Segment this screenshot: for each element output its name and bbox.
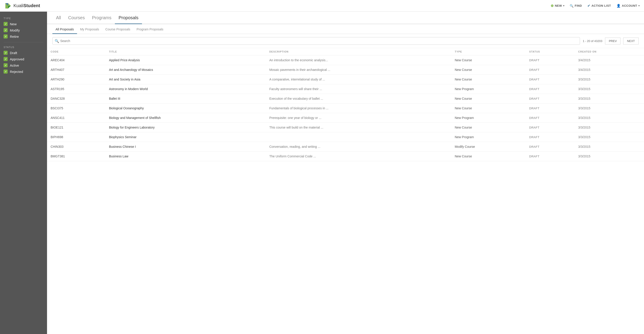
type-label: TYPE <box>4 17 44 20</box>
col-created-on: CREATED ON <box>574 48 644 55</box>
cell-code: BSCI375 <box>47 104 106 113</box>
cell-code: ARTH407 <box>47 65 106 75</box>
proposals-table: CODE TITLE DESCRIPTION TYPE STATUS CREAT… <box>47 48 644 161</box>
table-row[interactable]: BIOE121 Biology for Engineers Laboratory… <box>47 123 644 132</box>
cell-status: DRAFT <box>526 142 574 152</box>
sub-tab-course-proposals[interactable]: Course Proposals <box>102 25 134 34</box>
cell-title: Astronomy in Modern World <box>106 84 266 94</box>
cell-created-on: 3/3/2015 <box>574 113 644 123</box>
cell-status: DRAFT <box>526 94 574 104</box>
active-checkbox[interactable] <box>4 63 8 67</box>
status-label: STATUS <box>4 46 44 48</box>
table-row[interactable]: BMGT381 Business Law The Uniform Commerc… <box>47 152 644 161</box>
table-body: AREC404 Applied Price Analysis An introd… <box>47 55 644 161</box>
sidebar-item-draft[interactable]: Draft <box>4 51 44 55</box>
cell-title: Biology for Engineers Laboratory <box>106 123 266 132</box>
retire-checkbox[interactable] <box>4 34 8 38</box>
find-button[interactable]: 🔍 FIND <box>570 4 582 7</box>
new-button[interactable]: ⊕ NEW ▾ <box>550 3 564 8</box>
sub-tab-all-proposals[interactable]: All Proposals <box>52 25 77 34</box>
cell-created-on: 3/3/2015 <box>574 84 644 94</box>
cell-description: Mosaic pavements in their archaeological… <box>266 65 451 75</box>
draft-checkbox[interactable] <box>4 51 8 55</box>
tab-programs[interactable]: Programs <box>88 12 115 24</box>
cell-code: BIPH698 <box>47 132 106 142</box>
new-checkbox[interactable] <box>4 22 8 26</box>
cell-status: DRAFT <box>526 123 574 132</box>
approved-checkbox[interactable] <box>4 57 8 61</box>
prev-button[interactable]: PREV <box>605 37 620 44</box>
cell-created-on: 3/4/2015 <box>574 55 644 65</box>
sidebar-item-approved[interactable]: Approved <box>4 57 44 61</box>
col-description: DESCRIPTION <box>266 48 451 55</box>
cell-type: New Program <box>451 132 526 142</box>
cell-description: Execution of the vocabulary of ballet ..… <box>266 94 451 104</box>
cell-title: Biophysics Seminar <box>106 132 266 142</box>
cell-code: ARTH290 <box>47 75 106 84</box>
sidebar-item-active-label: Active <box>10 63 19 67</box>
cell-created-on: 3/4/2015 <box>574 65 644 75</box>
col-title: TITLE <box>106 48 266 55</box>
table-row[interactable]: CHIN303 Business Chinese I Conversation,… <box>47 142 644 152</box>
cell-description: This course will build on the material .… <box>266 123 451 132</box>
sidebar-item-retire-label: Retire <box>10 35 19 38</box>
cell-code: DANC328 <box>47 94 106 104</box>
sidebar-item-rejected-label: Rejected <box>10 70 23 74</box>
action-list-button[interactable]: ✔ ACTION LIST <box>587 4 611 8</box>
tab-proposals[interactable]: Proposals <box>115 12 142 24</box>
rejected-checkbox[interactable] <box>4 70 8 74</box>
cell-code: ANSC411 <box>47 113 106 123</box>
cell-description: Fundamentals of biological processes in … <box>266 104 451 113</box>
cell-description: Prerequisite: one year of biology or ... <box>266 113 451 123</box>
table-row[interactable]: AREC404 Applied Price Analysis An introd… <box>47 55 644 65</box>
cell-created-on: 3/3/2015 <box>574 132 644 142</box>
search-input[interactable] <box>52 37 580 45</box>
table-row[interactable]: ANSC411 Biology and Management of Shellf… <box>47 113 644 123</box>
search-icon: 🔍 <box>55 39 59 43</box>
account-button[interactable]: 👤 ACCOUNT ▾ <box>616 4 640 8</box>
table-row[interactable]: ARTH407 Art and Archaeology of Mosaics M… <box>47 65 644 75</box>
tab-courses[interactable]: Courses <box>64 12 88 24</box>
cell-status: DRAFT <box>526 84 574 94</box>
modify-checkbox[interactable] <box>4 28 8 32</box>
sidebar-item-new[interactable]: New <box>4 22 44 26</box>
table-row[interactable]: BSCI375 Biological Oceanography Fundamen… <box>47 104 644 113</box>
next-button[interactable]: NEXT <box>623 37 639 44</box>
tab-bar: All Courses Programs Proposals <box>47 12 644 24</box>
tab-all[interactable]: All <box>52 12 64 24</box>
table-row[interactable]: ASTR195 Astronomy in Modern World Facult… <box>47 84 644 94</box>
sidebar-item-retire[interactable]: Retire <box>4 34 44 38</box>
top-nav-right: ⊕ NEW ▾ 🔍 FIND ✔ ACTION LIST 👤 ACCOUNT ▾ <box>550 3 640 8</box>
cell-type: New Course <box>451 75 526 84</box>
cell-type: New Course <box>451 152 526 161</box>
logo-icon <box>4 2 12 9</box>
sidebar-item-modify[interactable]: Modify <box>4 28 44 32</box>
cell-code: CHIN303 <box>47 142 106 152</box>
cell-type: New Program <box>451 113 526 123</box>
table-row[interactable]: BIPH698 Biophysics Seminar New Program D… <box>47 132 644 142</box>
cell-title: Biology and Management of Shellfish <box>106 113 266 123</box>
sidebar-item-rejected[interactable]: Rejected <box>4 70 44 74</box>
cell-status: DRAFT <box>526 75 574 84</box>
col-type: TYPE <box>451 48 526 55</box>
sidebar-item-active[interactable]: Active <box>4 63 44 67</box>
sub-tab-program-proposals[interactable]: Program Proposals <box>134 25 166 34</box>
cell-type: New Program <box>451 84 526 94</box>
sidebar-item-new-label: New <box>10 22 16 26</box>
table-row[interactable]: ARTH290 Art and Society in Asia A compar… <box>47 75 644 84</box>
cell-description: An introduction to the economic analysis… <box>266 55 451 65</box>
cell-status: DRAFT <box>526 55 574 65</box>
cell-description: Conversation, reading, and writing ... <box>266 142 451 152</box>
cell-status: DRAFT <box>526 104 574 113</box>
cell-created-on: 3/3/2015 <box>574 104 644 113</box>
table-row[interactable]: DANC328 Ballet III Execution of the voca… <box>47 94 644 104</box>
cell-type: New Course <box>451 94 526 104</box>
sub-tab-bar: All Proposals My Proposals Course Propos… <box>47 24 644 34</box>
svg-marker-2 <box>8 6 11 8</box>
cell-created-on: 3/3/2015 <box>574 75 644 84</box>
logo-text: KualiStudent <box>14 3 40 8</box>
cell-created-on: 3/3/2015 <box>574 123 644 132</box>
cell-status: DRAFT <box>526 132 574 142</box>
cell-type: New Course <box>451 55 526 65</box>
sub-tab-my-proposals[interactable]: My Proposals <box>77 25 102 34</box>
